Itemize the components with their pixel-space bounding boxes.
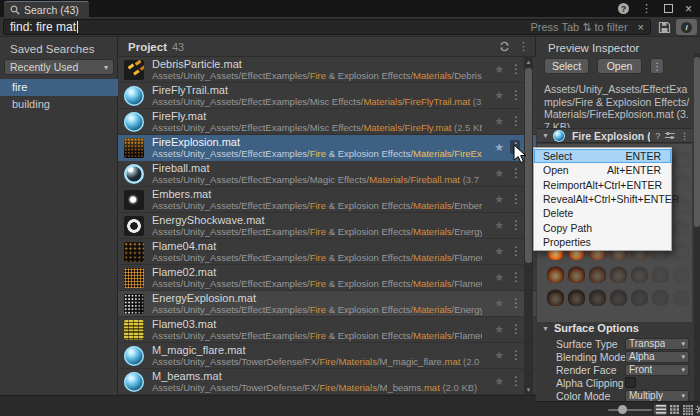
row-more-icon[interactable]: ⋮ [510,218,520,232]
maximize-icon[interactable] [664,4,673,13]
result-path: Assets/Unity_Assets/TowerDefense/FX/Fire… [152,382,482,393]
result-path: Assets/Unity_Assets/EffectExamples/Fire … [152,304,482,315]
saved-search-item[interactable]: fire [0,79,118,96]
result-row[interactable]: Embers.matAssets/Unity_Assets/EffectExam… [118,187,536,213]
menu-item-copy-path[interactable]: Copy Path [534,220,671,234]
material-more-icon[interactable]: ⋮ [680,131,689,141]
saved-searches-sort-dropdown[interactable]: Recently Used ▾ [4,59,114,75]
fire-sprite [547,266,564,283]
row-more-icon[interactable]: ⋮ [510,270,520,284]
inspector-scrollbar[interactable] [694,53,700,416]
inspector-scrollbar-thumb[interactable] [694,57,700,227]
gear-icon[interactable] [694,404,700,415]
menu-item-open[interactable]: OpenAlt+ENTER [534,163,671,177]
open-button[interactable]: Open [597,58,642,74]
result-row[interactable]: DebrisParticle.matAssets/Unity_Assets/Ef… [118,57,536,83]
fire-sprite [610,289,627,306]
results-scrollbar-thumb[interactable] [525,68,532,263]
result-name: Flame03.mat [152,318,482,330]
favorite-star-icon[interactable]: ★ [494,141,504,154]
row-more-icon[interactable]: ⋮ [510,192,520,206]
select-button[interactable]: Select [544,58,589,74]
result-row[interactable]: M_magic_flare.matAssets/Unity_Assets/Tow… [118,343,536,369]
result-name: FireFlyTrail.mat [152,84,482,96]
row-more-icon[interactable]: ⋮ [510,296,520,310]
menu-item-delete[interactable]: Delete [534,206,671,220]
favorite-star-icon[interactable]: ★ [494,375,504,388]
row-more-icon[interactable]: ⋮ [510,88,520,102]
favorite-star-icon[interactable]: ★ [494,193,504,206]
thumbnail-size-slider[interactable] [608,409,652,411]
favorite-star-icon[interactable]: ★ [494,323,504,336]
favorite-star-icon[interactable]: ★ [494,63,504,76]
surface-options-header[interactable]: ▼ Surface Options [537,322,693,334]
help-icon[interactable]: ? [618,3,629,14]
menu-item-select[interactable]: SelectENTER [534,149,671,163]
favorite-star-icon[interactable]: ★ [494,89,504,102]
property-row: Surface TypeTranspa▾ [537,337,693,350]
result-row[interactable]: FireFlyTrail.matAssets/Unity_Assets/Effe… [118,83,536,109]
property-label: Render Face [556,364,617,376]
big-grid-view-icon[interactable] [681,404,694,415]
results-count: 43 [172,41,184,53]
fire-sprite [673,289,690,306]
favorite-star-icon[interactable]: ★ [494,167,504,180]
color-mode-dropdown[interactable]: Multiply▾ [625,390,689,402]
row-more-icon[interactable]: ⋮ [510,348,520,362]
clear-search-icon[interactable]: × [638,21,644,33]
row-more-icon[interactable]: ⋮ [510,62,520,76]
grid-view-icon[interactable] [668,404,681,415]
refresh-icon[interactable] [499,41,510,52]
result-row[interactable]: EnergyExplosion.matAssets/Unity_Assets/E… [118,291,536,317]
chevron-down-icon: ▾ [104,63,108,72]
search-input[interactable]: find: fire mat Press Tab ⇅ to filter × [3,19,651,35]
material-help-icon[interactable]: ? [655,131,660,141]
close-icon[interactable]: × [685,4,692,14]
menu-item-reveal[interactable]: RevealAlt+Ctrl+Shift+ENTER [534,192,671,206]
debris-material-thumbnail [124,60,144,80]
window-menu-icon[interactable]: ⋮ [641,2,652,15]
save-search-icon[interactable] [656,20,672,34]
result-row[interactable]: Flame03.matAssets/Unity_Assets/EffectExa… [118,317,536,343]
tab-search[interactable]: Search (43) [4,1,89,17]
row-more-icon[interactable]: ⋮ [510,166,520,180]
favorite-star-icon[interactable]: ★ [494,297,504,310]
scroll-up-icon[interactable]: ▲ [524,59,533,65]
favorite-star-icon[interactable]: ★ [494,271,504,284]
result-row[interactable]: M_beams.matAssets/Unity_Assets/TowerDefe… [118,369,536,395]
result-row[interactable]: EnergyShockwave.matAssets/Unity_Assets/E… [118,213,536,239]
saved-search-item[interactable]: building [0,96,118,113]
alpha-clipping-checkbox[interactable] [625,377,636,388]
fire-sprite [673,266,690,283]
scroll-down-icon[interactable]: ▼ [524,387,533,393]
favorite-star-icon[interactable]: ★ [494,349,504,362]
favorite-star-icon[interactable]: ★ [494,115,504,128]
presets-icon[interactable] [665,131,675,140]
result-path: Assets/Unity_Assets/EffectExamples/Fire … [152,148,482,159]
favorite-star-icon[interactable]: ★ [494,245,504,258]
results-scrollbar[interactable]: ▲ ▼ [524,57,533,395]
blending-mode-dropdown[interactable]: Alpha▾ [625,351,689,363]
surface-type-dropdown[interactable]: Transpa▾ [625,338,689,350]
render-face-dropdown[interactable]: Front▾ [625,364,689,376]
favorite-star-icon[interactable]: ★ [494,219,504,232]
row-more-icon[interactable]: ⋮ [510,244,520,258]
menu-item-reimport[interactable]: ReimportAlt+Ctrl+ENTER [534,178,671,192]
result-row[interactable]: FireExplosion.matAssets/Unity_Assets/Eff… [118,135,536,161]
inspector-more-icon[interactable]: ⋮ [650,58,664,74]
foldout-icon[interactable]: ▼ [542,132,549,139]
result-row[interactable]: FireFly.matAssets/Unity_Assets/EffectExa… [118,109,536,135]
results-more-icon[interactable]: ⋮ [518,40,529,53]
inspector-toggle-button[interactable]: i [676,19,697,35]
result-name: M_magic_flare.mat [152,344,482,356]
result-row[interactable]: Flame02.matAssets/Unity_Assets/EffectExa… [118,265,536,291]
result-row[interactable]: Flame04.matAssets/Unity_Assets/EffectExa… [118,239,536,265]
material-header[interactable]: ▼ Fire Explosion (Ma ? ⋮ [537,128,693,143]
row-more-icon[interactable]: ⋮ [510,114,520,128]
result-row[interactable]: Fireball.matAssets/Unity_Assets/EffectEx… [118,161,536,187]
row-more-icon[interactable]: ⋮ [510,322,520,336]
list-view-icon[interactable] [654,404,667,415]
menu-item-properties[interactable]: Properties [534,235,671,249]
row-more-icon[interactable]: ⋮ [510,374,520,388]
slider-handle[interactable] [618,405,627,414]
